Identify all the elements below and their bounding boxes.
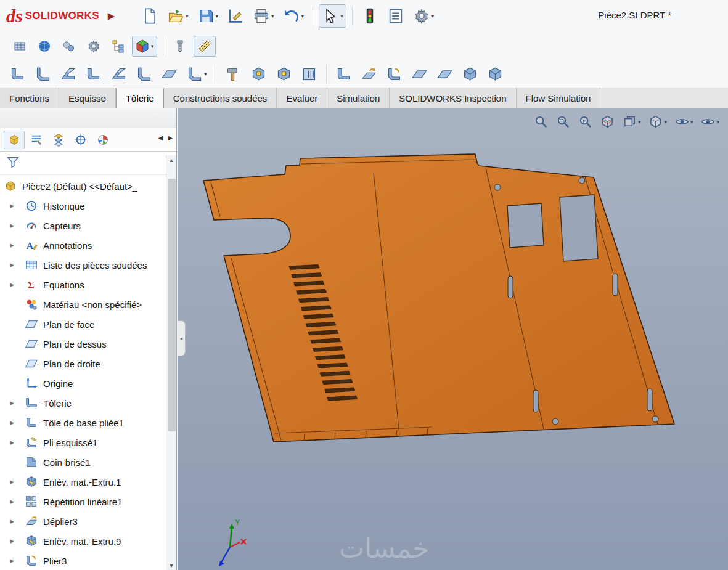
tab-tolerie[interactable]: Tôlerie [116,88,164,108]
panel-tab-displaymanager[interactable] [92,131,113,149]
dropdown-caret-icon[interactable]: ▾ [664,119,667,125]
insert-bends-icon[interactable] [459,63,481,85]
expand-arrow-icon[interactable]: ▶ [10,242,25,248]
cross-break-icon[interactable] [158,63,181,85]
tree-item-plan-de-face[interactable]: Plan de face [0,314,166,334]
measure-tool-icon[interactable] [194,36,216,57]
edge-flange-icon[interactable] [31,63,54,85]
tree-item-annotations[interactable]: ▶AAnnotations [0,235,166,255]
extruded-cut-icon[interactable] [247,63,270,85]
dropdown-caret-icon[interactable]: ▾ [716,119,719,125]
dropdown-caret-icon[interactable]: ▾ [301,13,305,19]
convert-to-sheetmetal-icon[interactable] [484,63,507,85]
hem-icon[interactable] [82,63,105,85]
tab-constructions-soudees[interactable]: Constructions soudées [164,88,277,108]
tree-item-enlev-mat-extru1[interactable]: ▶Enlèv. mat.-Extru.1 [0,472,166,492]
tree-item-materiau[interactable]: Matériau <non spécifié> [0,295,166,314]
motion-gears-icon[interactable] [83,36,105,57]
tab-evaluer[interactable]: Evaluer [277,88,327,108]
tree-item-piece2-root[interactable]: Pièce2 (Défaut) <<Défaut>_ [0,176,166,196]
base-flange-icon[interactable] [6,63,29,85]
zoom-to-area-icon[interactable] [556,115,570,129]
vent-icon[interactable] [298,63,321,85]
expand-arrow-icon[interactable]: ▶ [10,479,25,485]
options-icon[interactable]: ▾ [410,4,438,28]
dropdown-caret-icon[interactable]: ▾ [690,119,693,125]
tree-item-enlev-mat-extru9[interactable]: ▶Enlèv. mat.-Extru.9 [0,531,166,551]
fold-icon[interactable] [383,63,406,85]
expand-arrow-icon[interactable]: ▶ [10,558,25,564]
expand-arrow-icon[interactable]: ▶ [10,538,25,544]
expand-arrow-icon[interactable]: ▶ [10,282,25,288]
tree-scrollbar-thumb[interactable] [168,179,176,431]
dropdown-caret-icon[interactable]: ▾ [638,119,641,125]
tree-scrollbar[interactable]: ▲ ▼ [166,155,176,570]
panel-tab-configurationmanager[interactable] [48,131,69,149]
section-view-icon[interactable] [600,115,615,129]
tab-solidworks-inspection[interactable]: SOLIDWORKS Inspection [390,88,516,108]
tree-item-deplier3[interactable]: ▶Déplier3 [0,511,166,531]
expand-arrow-icon[interactable]: ▶ [10,518,25,524]
filter-funnel-icon[interactable] [6,155,20,171]
undo-icon[interactable]: ▾ [280,4,308,28]
dropdown-caret-icon[interactable]: ▾ [340,13,343,19]
tree-item-equations[interactable]: ▶ΣEquations [0,275,166,295]
jog-icon[interactable] [107,63,130,85]
open-document-icon[interactable]: ▾ [164,4,192,28]
panel-tabs-scroll-left-icon[interactable]: ◀ [158,134,163,141]
dropdown-caret-icon[interactable]: ▾ [204,71,207,77]
tree-item-capteurs[interactable]: ▶Capteurs [0,216,166,235]
print-icon[interactable]: ▾ [250,4,277,28]
file-properties-icon[interactable] [384,4,407,28]
expand-arrow-icon[interactable]: ▶ [10,400,25,406]
tree-item-plan-de-droite[interactable]: Plan de droite [0,354,166,373]
rebuild-icon[interactable] [358,4,382,28]
hide-show-items-icon[interactable]: ▾ [675,115,693,129]
panel-tabs-scroll-right-icon[interactable]: ▶ [168,134,173,141]
display-style-icon[interactable]: ▾ [648,115,667,129]
texture-mapping-icon[interactable] [9,36,31,57]
tree-item-repetition-lineaire1[interactable]: ▶Répétition linéaire1 [0,492,166,511]
tree-item-tolerie[interactable]: ▶Tôlerie [0,393,166,413]
panel-splitter-handle[interactable]: ◂ [178,320,186,356]
tree-item-historique[interactable]: ▶Historique [0,196,166,216]
save-icon[interactable]: ▾ [194,4,222,28]
dropdown-caret-icon[interactable]: ▾ [151,43,154,49]
flatten-icon[interactable] [408,63,431,85]
panel-tab-propertymanager[interactable] [26,131,47,149]
tree-item-plan-de-dessus[interactable]: Plan de dessus [0,334,166,354]
corners-icon[interactable]: ▾ [183,63,210,85]
view-settings-icon[interactable]: ▾ [701,115,719,129]
expand-arrow-icon[interactable]: ▶ [10,420,25,426]
expand-arrow-icon[interactable]: ▶ [10,222,25,229]
tree-item-coin-brise1[interactable]: Coin-brisé1 [0,452,166,472]
tree-item-liste-pieces-soudees[interactable]: ▶Liste des pièces soudées [0,255,166,275]
forming-tool-icon[interactable] [222,63,245,85]
dropdown-caret-icon[interactable]: ▾ [431,13,435,19]
zoom-to-selection-icon[interactable] [578,115,592,129]
tab-fonctions[interactable]: Fonctions [0,88,59,108]
zoom-to-fit-icon[interactable] [534,115,548,129]
simple-hole-icon[interactable] [272,63,295,85]
part-model[interactable]: Y [178,108,728,570]
unfold-icon[interactable] [358,63,380,85]
tree-item-pli-esquisse1[interactable]: ▶Pli esquissé1 [0,433,166,452]
design-hierarchy-icon[interactable] [107,36,129,57]
tab-esquisse[interactable]: Esquisse [59,88,116,108]
tree-item-origine[interactable]: Origine [0,373,166,393]
expand-arrow-icon[interactable]: ▶ [10,439,25,446]
scroll-down-icon[interactable]: ▼ [166,561,176,570]
new-document-icon[interactable] [138,4,162,28]
miter-flange-icon[interactable] [57,63,80,85]
no-bends-icon[interactable] [433,63,456,85]
expand-arrow-icon[interactable]: ▶ [10,499,25,505]
select-icon[interactable]: ▾ [319,4,346,28]
scroll-up-icon[interactable]: ▲ [166,155,176,165]
tab-flow-simulation[interactable]: Flow Simulation [517,88,601,108]
expand-arrow-icon[interactable]: ▶ [10,203,25,209]
tab-simulation[interactable]: Simulation [327,88,390,108]
render-globe-icon[interactable] [33,36,55,57]
menu-flyout-arrow-icon[interactable]: ▶ [108,10,115,22]
tree-item-tole-de-base-pliee1[interactable]: ▶Tôle de base pliée1 [0,413,166,433]
swept-flange-icon[interactable] [332,63,355,85]
